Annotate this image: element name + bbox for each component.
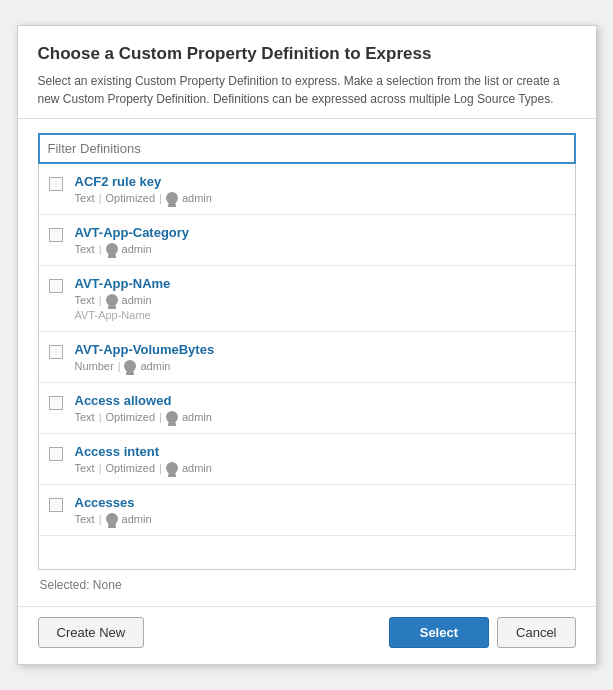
separator: | <box>99 243 102 255</box>
item-meta: Text | Optimized | admin <box>75 411 565 423</box>
list-item[interactable]: ACF2 rule keyText | Optimized | admin <box>39 164 575 215</box>
item-meta: Text | admin <box>75 243 565 255</box>
separator: | <box>99 462 102 474</box>
item-meta: Number | admin <box>75 360 565 372</box>
item-alias: AVT-App-Name <box>75 309 565 321</box>
item-owner: admin <box>182 411 212 423</box>
item-optimized: Optimized <box>106 411 156 423</box>
item-name: Access intent <box>75 444 565 459</box>
list-item[interactable]: Access allowedText | Optimized | admin <box>39 383 575 434</box>
item-meta: Text | Optimized | admin <box>75 462 565 474</box>
item-owner: admin <box>122 513 152 525</box>
user-icon <box>166 462 178 474</box>
separator: | <box>99 513 102 525</box>
separator: | <box>159 462 162 474</box>
item-content: AccessesText | admin <box>75 495 565 525</box>
item-content: AVT-App-NAmeText | adminAVT-App-Name <box>75 276 565 321</box>
item-checkbox[interactable] <box>49 498 63 512</box>
item-type: Text <box>75 243 95 255</box>
item-content: AVT-App-CategoryText | admin <box>75 225 565 255</box>
selected-status: Selected: None <box>38 570 576 596</box>
item-owner: admin <box>122 243 152 255</box>
item-type: Text <box>75 462 95 474</box>
item-owner: admin <box>140 360 170 372</box>
filter-input[interactable] <box>40 135 574 162</box>
item-content: Access intentText | Optimized | admin <box>75 444 565 474</box>
list-item[interactable]: AVT-App-VolumeBytesNumber | admin <box>39 332 575 383</box>
item-name: ACF2 rule key <box>75 174 565 189</box>
item-name: AVT-App-NAme <box>75 276 565 291</box>
user-icon <box>106 513 118 525</box>
item-content: AVT-App-VolumeBytesNumber | admin <box>75 342 565 372</box>
user-icon <box>124 360 136 372</box>
item-meta: Text | Optimized | admin <box>75 192 565 204</box>
dialog-footer: Create New Select Cancel <box>18 606 596 664</box>
item-content: ACF2 rule keyText | Optimized | admin <box>75 174 565 204</box>
item-name: Accesses <box>75 495 565 510</box>
item-type: Text <box>75 411 95 423</box>
user-icon <box>166 411 178 423</box>
item-meta: Text | admin <box>75 294 565 306</box>
item-checkbox[interactable] <box>49 177 63 191</box>
item-name: AVT-App-Category <box>75 225 565 240</box>
user-icon <box>106 243 118 255</box>
separator: | <box>99 411 102 423</box>
list-item[interactable]: AVT-App-CategoryText | admin <box>39 215 575 266</box>
item-owner: admin <box>122 294 152 306</box>
item-optimized: Optimized <box>106 192 156 204</box>
filter-input-wrap <box>38 133 576 164</box>
item-owner: admin <box>182 192 212 204</box>
item-checkbox[interactable] <box>49 345 63 359</box>
separator: | <box>159 192 162 204</box>
separator: | <box>159 411 162 423</box>
item-content: Access allowedText | Optimized | admin <box>75 393 565 423</box>
item-checkbox[interactable] <box>49 447 63 461</box>
dialog-title: Choose a Custom Property Definition to E… <box>38 44 576 64</box>
item-name: Access allowed <box>75 393 565 408</box>
definitions-list: ACF2 rule keyText | Optimized | adminAVT… <box>38 164 576 570</box>
item-type: Text <box>75 513 95 525</box>
item-checkbox[interactable] <box>49 228 63 242</box>
cancel-button[interactable]: Cancel <box>497 617 575 648</box>
item-checkbox[interactable] <box>49 279 63 293</box>
dialog-body: ACF2 rule keyText | Optimized | adminAVT… <box>18 119 596 606</box>
list-item[interactable]: AVT-App-NAmeText | adminAVT-App-Name <box>39 266 575 332</box>
item-checkbox[interactable] <box>49 396 63 410</box>
item-type: Number <box>75 360 114 372</box>
item-name: AVT-App-VolumeBytes <box>75 342 565 357</box>
user-icon <box>106 294 118 306</box>
item-meta: Text | admin <box>75 513 565 525</box>
create-new-button[interactable]: Create New <box>38 617 145 648</box>
footer-right-buttons: Select Cancel <box>389 617 576 648</box>
separator: | <box>118 360 121 372</box>
item-owner: admin <box>182 462 212 474</box>
item-optimized: Optimized <box>106 462 156 474</box>
item-type: Text <box>75 192 95 204</box>
separator: | <box>99 294 102 306</box>
separator: | <box>99 192 102 204</box>
list-item[interactable]: Access intentText | Optimized | admin <box>39 434 575 485</box>
user-icon <box>166 192 178 204</box>
item-type: Text <box>75 294 95 306</box>
dialog-header: Choose a Custom Property Definition to E… <box>18 26 596 119</box>
select-button[interactable]: Select <box>389 617 489 648</box>
dialog: Choose a Custom Property Definition to E… <box>17 25 597 665</box>
list-item[interactable]: AccessesText | admin <box>39 485 575 536</box>
dialog-description: Select an existing Custom Property Defin… <box>38 72 576 108</box>
